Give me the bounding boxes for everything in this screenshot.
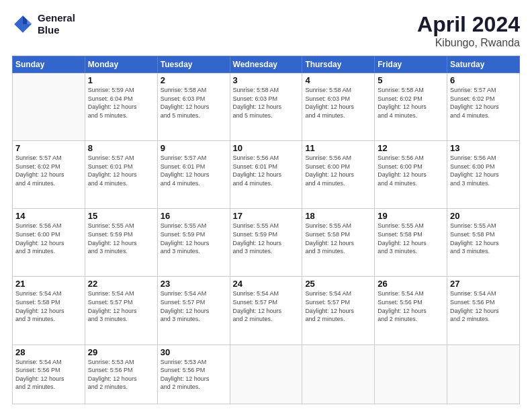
day-number: 9 — [161, 143, 227, 153]
calendar-cell: 24Sunrise: 5:54 AM Sunset: 5:57 PM Dayli… — [230, 277, 302, 345]
day-info: Sunrise: 5:57 AM Sunset: 6:01 PM Dayligh… — [88, 154, 154, 187]
week-row-4: 28Sunrise: 5:54 AM Sunset: 5:56 PM Dayli… — [13, 345, 520, 404]
calendar-cell: 27Sunrise: 5:54 AM Sunset: 5:56 PM Dayli… — [447, 277, 520, 345]
day-info: Sunrise: 5:55 AM Sunset: 5:59 PM Dayligh… — [233, 222, 300, 255]
day-info: Sunrise: 5:56 AM Sunset: 6:00 PM Dayligh… — [305, 154, 371, 187]
week-row-1: 7Sunrise: 5:57 AM Sunset: 6:02 PM Daylig… — [13, 141, 520, 209]
calendar-cell: 7Sunrise: 5:57 AM Sunset: 6:02 PM Daylig… — [13, 141, 85, 209]
day-number: 7 — [15, 143, 82, 153]
day-info: Sunrise: 5:54 AM Sunset: 5:57 PM Dayligh… — [305, 289, 371, 323]
day-info: Sunrise: 5:55 AM Sunset: 5:59 PM Dayligh… — [88, 222, 154, 255]
day-info: Sunrise: 5:56 AM Sunset: 6:00 PM Dayligh… — [15, 222, 82, 255]
day-info: Sunrise: 5:57 AM Sunset: 6:02 PM Dayligh… — [450, 86, 517, 120]
calendar-cell — [302, 345, 375, 404]
day-number: 30 — [161, 347, 227, 357]
calendar-cell: 18Sunrise: 5:55 AM Sunset: 5:58 PM Dayli… — [302, 209, 375, 277]
day-number: 28 — [15, 347, 82, 357]
calendar-cell — [447, 345, 520, 404]
day-header-thursday: Thursday — [302, 56, 375, 73]
day-info: Sunrise: 5:54 AM Sunset: 5:57 PM Dayligh… — [88, 289, 154, 323]
day-info: Sunrise: 5:55 AM Sunset: 5:58 PM Dayligh… — [305, 222, 371, 255]
day-number: 16 — [161, 211, 227, 221]
day-header-sunday: Sunday — [13, 56, 85, 73]
day-info: Sunrise: 5:54 AM Sunset: 5:57 PM Dayligh… — [233, 289, 300, 323]
day-info: Sunrise: 5:54 AM Sunset: 5:56 PM Dayligh… — [15, 358, 82, 392]
day-number: 19 — [378, 211, 444, 221]
day-number: 26 — [378, 279, 444, 289]
day-info: Sunrise: 5:55 AM Sunset: 5:59 PM Dayligh… — [161, 222, 227, 255]
week-row-2: 14Sunrise: 5:56 AM Sunset: 6:00 PM Dayli… — [13, 209, 520, 277]
day-header-monday: Monday — [85, 56, 157, 73]
header: General Blue April 2024 Kibungo, Rwanda — [12, 12, 520, 49]
calendar-cell: 17Sunrise: 5:55 AM Sunset: 5:59 PM Dayli… — [230, 209, 302, 277]
day-number: 13 — [450, 143, 517, 153]
day-number: 27 — [450, 279, 517, 289]
day-info: Sunrise: 5:54 AM Sunset: 5:58 PM Dayligh… — [15, 289, 82, 323]
calendar-cell — [230, 345, 302, 404]
calendar-cell: 10Sunrise: 5:56 AM Sunset: 6:01 PM Dayli… — [230, 141, 302, 209]
calendar-cell: 22Sunrise: 5:54 AM Sunset: 5:57 PM Dayli… — [85, 277, 157, 345]
day-number: 3 — [233, 75, 300, 85]
calendar-cell — [13, 73, 85, 141]
day-info: Sunrise: 5:57 AM Sunset: 6:01 PM Dayligh… — [161, 154, 227, 187]
day-header-wednesday: Wednesday — [230, 56, 302, 73]
day-number: 25 — [305, 279, 371, 289]
day-number: 5 — [378, 75, 444, 85]
calendar-cell: 25Sunrise: 5:54 AM Sunset: 5:57 PM Dayli… — [302, 277, 375, 345]
calendar-cell: 2Sunrise: 5:58 AM Sunset: 6:03 PM Daylig… — [157, 73, 230, 141]
title-block: April 2024 Kibungo, Rwanda — [417, 12, 520, 49]
calendar-cell: 8Sunrise: 5:57 AM Sunset: 6:01 PM Daylig… — [85, 141, 157, 209]
day-info: Sunrise: 5:56 AM Sunset: 6:00 PM Dayligh… — [450, 154, 517, 187]
day-info: Sunrise: 5:59 AM Sunset: 6:04 PM Dayligh… — [88, 86, 154, 120]
logo: General Blue — [12, 12, 75, 36]
calendar-cell: 11Sunrise: 5:56 AM Sunset: 6:00 PM Dayli… — [302, 141, 375, 209]
day-info: Sunrise: 5:55 AM Sunset: 5:58 PM Dayligh… — [378, 222, 444, 255]
day-info: Sunrise: 5:54 AM Sunset: 5:56 PM Dayligh… — [378, 289, 444, 323]
day-number: 29 — [88, 347, 154, 357]
calendar-cell: 15Sunrise: 5:55 AM Sunset: 5:59 PM Dayli… — [85, 209, 157, 277]
day-number: 21 — [15, 279, 82, 289]
calendar-cell: 21Sunrise: 5:54 AM Sunset: 5:58 PM Dayli… — [13, 277, 85, 345]
day-number: 24 — [233, 279, 300, 289]
day-header-friday: Friday — [375, 56, 447, 73]
day-number: 2 — [161, 75, 227, 85]
day-header-tuesday: Tuesday — [157, 56, 230, 73]
day-number: 15 — [88, 211, 154, 221]
page: General Blue April 2024 Kibungo, Rwanda … — [0, 0, 532, 411]
day-number: 12 — [378, 143, 444, 153]
day-number: 4 — [305, 75, 371, 85]
day-info: Sunrise: 5:58 AM Sunset: 6:03 PM Dayligh… — [233, 86, 300, 120]
day-number: 10 — [233, 143, 300, 153]
calendar-cell — [375, 345, 447, 404]
main-title: April 2024 — [417, 12, 520, 37]
calendar-cell: 1Sunrise: 5:59 AM Sunset: 6:04 PM Daylig… — [85, 73, 157, 141]
calendar-cell: 6Sunrise: 5:57 AM Sunset: 6:02 PM Daylig… — [447, 73, 520, 141]
day-number: 23 — [161, 279, 227, 289]
calendar-cell: 13Sunrise: 5:56 AM Sunset: 6:00 PM Dayli… — [447, 141, 520, 209]
calendar-cell: 9Sunrise: 5:57 AM Sunset: 6:01 PM Daylig… — [157, 141, 230, 209]
day-number: 11 — [305, 143, 371, 153]
calendar-cell: 12Sunrise: 5:56 AM Sunset: 6:00 PM Dayli… — [375, 141, 447, 209]
day-number: 6 — [450, 75, 517, 85]
calendar-cell: 3Sunrise: 5:58 AM Sunset: 6:03 PM Daylig… — [230, 73, 302, 141]
day-number: 8 — [88, 143, 154, 153]
day-info: Sunrise: 5:54 AM Sunset: 5:57 PM Dayligh… — [161, 289, 227, 323]
calendar-cell: 30Sunrise: 5:53 AM Sunset: 5:56 PM Dayli… — [157, 345, 230, 404]
calendar-cell: 28Sunrise: 5:54 AM Sunset: 5:56 PM Dayli… — [13, 345, 85, 404]
calendar-cell: 23Sunrise: 5:54 AM Sunset: 5:57 PM Dayli… — [157, 277, 230, 345]
day-number: 22 — [88, 279, 154, 289]
calendar-cell: 19Sunrise: 5:55 AM Sunset: 5:58 PM Dayli… — [375, 209, 447, 277]
logo-text: General Blue — [38, 12, 75, 36]
calendar-cell: 16Sunrise: 5:55 AM Sunset: 5:59 PM Dayli… — [157, 209, 230, 277]
day-number: 1 — [88, 75, 154, 85]
calendar-body: 1Sunrise: 5:59 AM Sunset: 6:04 PM Daylig… — [13, 73, 520, 404]
calendar-cell: 14Sunrise: 5:56 AM Sunset: 6:00 PM Dayli… — [13, 209, 85, 277]
logo-line2: Blue — [38, 24, 75, 36]
week-row-3: 21Sunrise: 5:54 AM Sunset: 5:58 PM Dayli… — [13, 277, 520, 345]
day-info: Sunrise: 5:53 AM Sunset: 5:56 PM Dayligh… — [161, 358, 227, 392]
day-info: Sunrise: 5:58 AM Sunset: 6:03 PM Dayligh… — [161, 86, 227, 120]
logo-icon — [12, 13, 34, 35]
day-info: Sunrise: 5:56 AM Sunset: 6:00 PM Dayligh… — [378, 154, 444, 187]
svg-marker-2 — [27, 20, 31, 24]
day-number: 18 — [305, 211, 371, 221]
